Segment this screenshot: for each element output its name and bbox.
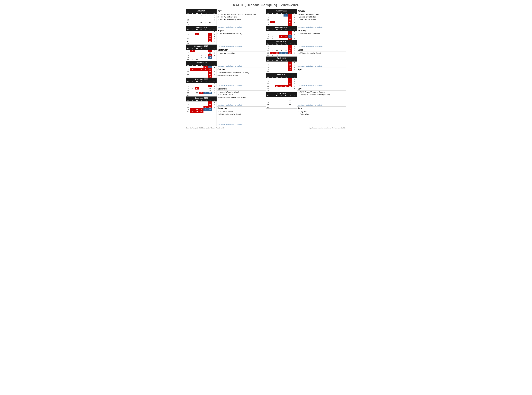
cal-cell: 3 bbox=[288, 61, 292, 64]
cal-cell bbox=[270, 101, 275, 104]
month-header: July 2025 bbox=[186, 9, 216, 12]
notes-body: 1-2 Parent/Teacher Conferences (1/2 days… bbox=[217, 71, 266, 84]
cal-cell bbox=[195, 94, 199, 96]
notes-block: January1-2 Winter Break - No School5 Stu… bbox=[297, 9, 346, 29]
dow-cell: Th bbox=[204, 29, 208, 31]
cal-cell bbox=[204, 38, 208, 40]
cal-cell bbox=[279, 106, 283, 108]
cal-cell bbox=[190, 85, 195, 87]
cal-cell bbox=[195, 38, 199, 40]
cal-row: 2124252627 bbox=[186, 56, 216, 59]
cal-cell: 1 bbox=[208, 31, 212, 33]
dow-cell: F bbox=[288, 60, 292, 61]
cal-cell bbox=[270, 99, 275, 101]
cal-row: 2631 bbox=[186, 75, 216, 77]
cal-cell bbox=[199, 38, 204, 40]
cal-cell bbox=[279, 14, 283, 16]
cal-cell: 6 bbox=[288, 31, 292, 33]
dow-cell: F bbox=[288, 76, 292, 78]
cal-cell: 12 bbox=[208, 104, 212, 106]
cal-cell bbox=[199, 23, 204, 26]
cal-cell bbox=[283, 80, 288, 83]
dow-cell: W bbox=[279, 60, 283, 61]
cal-cell bbox=[275, 45, 279, 47]
cal-cell bbox=[204, 16, 208, 19]
dow-cell: M bbox=[190, 12, 195, 14]
cal-cell: 11 bbox=[212, 68, 216, 71]
dow-cell: F bbox=[288, 12, 292, 14]
cal-cell bbox=[279, 64, 283, 66]
cal-row: 31 bbox=[266, 89, 297, 92]
cal-cell bbox=[199, 42, 204, 44]
notes-body: 5 First Day for Students - 1/2 Day bbox=[217, 32, 266, 45]
cal-cell bbox=[279, 47, 283, 49]
cal-cell: 9 bbox=[292, 80, 297, 83]
notes-item: 23-27 Spring Break - No School bbox=[298, 52, 345, 55]
col-left-calendar: July 2025SuMTuWThFSa12345612131920242526… bbox=[186, 9, 217, 126]
cal-cell bbox=[199, 49, 204, 52]
cal-cell: 30 bbox=[212, 40, 216, 42]
cal-row: 21222324252627 bbox=[186, 108, 216, 111]
cal-cell bbox=[279, 16, 283, 19]
cal-cell: 14 bbox=[292, 33, 297, 35]
cal-cell bbox=[199, 75, 204, 77]
notes-block: April* All Fridays are half-days for stu… bbox=[297, 68, 346, 87]
dow-cell: Sa bbox=[212, 29, 216, 31]
notes-item: 29 First Day for Returning Paras bbox=[217, 18, 265, 21]
cal-cell: 20 bbox=[279, 85, 283, 87]
dow-cell: W bbox=[279, 76, 283, 78]
cal-row: 4910 bbox=[266, 16, 297, 19]
dow-row: SuMTuWThFSa bbox=[186, 29, 216, 31]
cal-cell: 5 bbox=[266, 64, 270, 66]
cal-cell bbox=[275, 68, 279, 71]
footer: Calendar Template © 2021 by Vertex42.com… bbox=[186, 126, 346, 129]
cal-cell: 29 bbox=[190, 111, 195, 113]
col-left-notes: July23 First Day for Teachers, Therapist… bbox=[217, 9, 266, 126]
cal-cell: 30 bbox=[270, 54, 275, 56]
cal-row: 162122 bbox=[186, 89, 216, 92]
cal-cell bbox=[275, 97, 279, 99]
cal-cell bbox=[190, 42, 195, 44]
cal-cell: 17 bbox=[199, 54, 204, 56]
dow-cell: Sa bbox=[292, 29, 297, 31]
cal-cell bbox=[275, 16, 279, 19]
cal-cell: 16 bbox=[292, 83, 297, 85]
cal-cell bbox=[190, 21, 195, 23]
cal-cell: 31 bbox=[275, 54, 279, 56]
cal-cell: 16 bbox=[212, 35, 216, 38]
cal-cell bbox=[283, 101, 288, 104]
cal-cell bbox=[204, 104, 208, 106]
cal-cell: 1 bbox=[190, 49, 195, 52]
notes-header: September bbox=[217, 48, 266, 52]
cal-cell bbox=[204, 71, 208, 73]
dow-cell: Th bbox=[204, 99, 208, 101]
cal-cell: 14 bbox=[186, 54, 190, 56]
cal-cell bbox=[199, 87, 204, 89]
dow-cell: W bbox=[199, 64, 204, 66]
cal-cell: 2 bbox=[212, 31, 216, 33]
cal-cell bbox=[279, 68, 283, 71]
cal-cell: 18 bbox=[204, 106, 208, 108]
dow-cell: Tu bbox=[275, 76, 279, 78]
cal-cell: 27 bbox=[204, 92, 208, 94]
cal-cell bbox=[195, 31, 199, 33]
cal-cell: 17 bbox=[292, 19, 297, 21]
cal-cell: 17 bbox=[208, 71, 212, 73]
cal-cell: 15 bbox=[266, 35, 270, 38]
cal-cell: 22 bbox=[266, 38, 270, 40]
cal-cell: 23 bbox=[270, 38, 275, 40]
dow-cell: Tu bbox=[195, 81, 199, 83]
cal-cell: 20 bbox=[288, 35, 292, 38]
dow-row: SuMTuWThFSa bbox=[186, 64, 216, 66]
cal-cell bbox=[275, 71, 279, 73]
cal-cell: 3 bbox=[186, 33, 190, 35]
dow-cell: Th bbox=[283, 12, 288, 14]
cal-cell: 6 bbox=[288, 97, 292, 99]
cal-cell: 14 bbox=[292, 47, 297, 49]
cal-cell bbox=[204, 111, 208, 113]
cal-cell bbox=[204, 101, 208, 104]
cal-cell bbox=[208, 83, 212, 85]
dow-cell: Tu bbox=[195, 48, 199, 49]
cal-cell: 17 bbox=[266, 85, 270, 87]
cal-cell bbox=[283, 68, 288, 71]
